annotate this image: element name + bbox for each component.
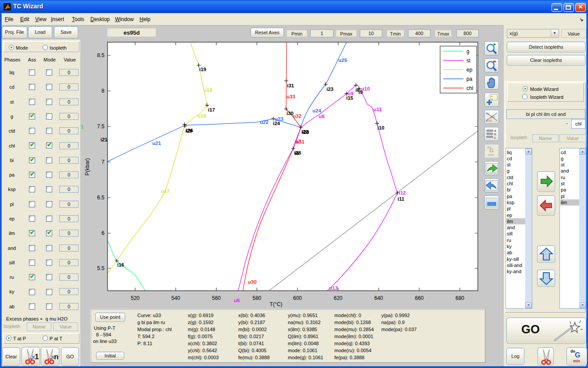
svg-text:u6: u6 (234, 298, 240, 303)
svg-text:ep: ep (466, 67, 473, 73)
svg-text:st: st (466, 58, 471, 64)
svg-text:u21: u21 (152, 141, 161, 146)
svg-text:i11: i11 (398, 196, 405, 202)
svg-text:6: 6 (101, 230, 104, 236)
svg-text:u32: u32 (293, 113, 301, 119)
svg-text:u8: u8 (319, 114, 325, 119)
svg-text:u11: u11 (373, 107, 382, 112)
svg-text:6.5: 6.5 (97, 195, 104, 201)
svg-text:1: 1 (81, 124, 84, 130)
svg-text:i30: i30 (287, 111, 294, 116)
svg-text:i26: i26 (186, 128, 193, 133)
svg-text:i10: i10 (377, 125, 384, 130)
svg-text:i23: i23 (326, 87, 333, 92)
svg-text:g: g (466, 48, 470, 54)
svg-text:i19: i19 (199, 67, 206, 72)
svg-text:u31: u31 (296, 139, 305, 144)
svg-text:1: 1 (35, 353, 39, 361)
svg-text:y:: y: (491, 97, 493, 100)
svg-text:i20: i20 (186, 128, 193, 133)
svg-text:i9: i9 (359, 90, 363, 95)
svg-text:u24: u24 (312, 108, 321, 113)
svg-text:7.5: 7.5 (97, 123, 104, 130)
svg-text:640: 640 (374, 295, 383, 301)
svg-text:i28: i28 (294, 150, 301, 155)
svg-text:u19: u19 (204, 87, 212, 93)
svg-text:560: 560 (212, 295, 221, 301)
svg-text:i24: i24 (273, 121, 280, 126)
svg-text:7: 7 (101, 159, 104, 165)
svg-text:c: c (494, 136, 496, 140)
svg-text:pa: pa (466, 76, 473, 82)
svg-text:u18: u18 (197, 113, 206, 119)
svg-text:8: 8 (101, 88, 104, 94)
svg-text:i21: i21 (100, 137, 108, 142)
svg-text:u22: u22 (260, 119, 269, 125)
svg-text:u23: u23 (275, 116, 283, 122)
svg-text:660: 660 (415, 295, 423, 301)
svg-text:600: 600 (293, 295, 302, 301)
svg-text:chl: chl (466, 85, 473, 91)
svg-text:u30: u30 (248, 279, 257, 285)
svg-text:u10: u10 (361, 86, 370, 91)
svg-text:and: and (486, 119, 491, 123)
svg-text:540: 540 (171, 295, 180, 301)
svg-text:i29: i29 (302, 130, 309, 135)
svg-text:i22: i22 (301, 129, 308, 134)
svg-text:620: 620 (333, 295, 342, 301)
svg-text:520: 520 (131, 295, 140, 301)
svg-text:i17: i17 (208, 107, 215, 112)
svg-text:u17: u17 (161, 188, 170, 194)
svg-text:i8: i8 (355, 87, 360, 93)
svg-text:680: 680 (455, 295, 464, 301)
svg-text:i6: i6 (295, 151, 299, 156)
svg-text:u9: u9 (348, 91, 353, 96)
svg-text:u33: u33 (287, 94, 295, 99)
svg-text:i15: i15 (346, 95, 354, 101)
svg-text:i16: i16 (117, 262, 124, 267)
svg-text:u7: u7 (295, 139, 301, 144)
svg-text:u25: u25 (338, 58, 347, 63)
svg-text:580: 580 (252, 295, 261, 301)
svg-text:P(kbar): P(kbar) (84, 158, 90, 175)
svg-text:T(°C): T(°C) (270, 301, 283, 307)
svg-text:i31: i31 (287, 83, 294, 88)
svg-text:n: n (54, 353, 58, 361)
svg-text:i12: i12 (399, 190, 406, 195)
svg-text:u13: u13 (329, 285, 338, 291)
svg-text:8.5: 8.5 (97, 52, 104, 58)
svg-text:5.5: 5.5 (97, 265, 104, 271)
